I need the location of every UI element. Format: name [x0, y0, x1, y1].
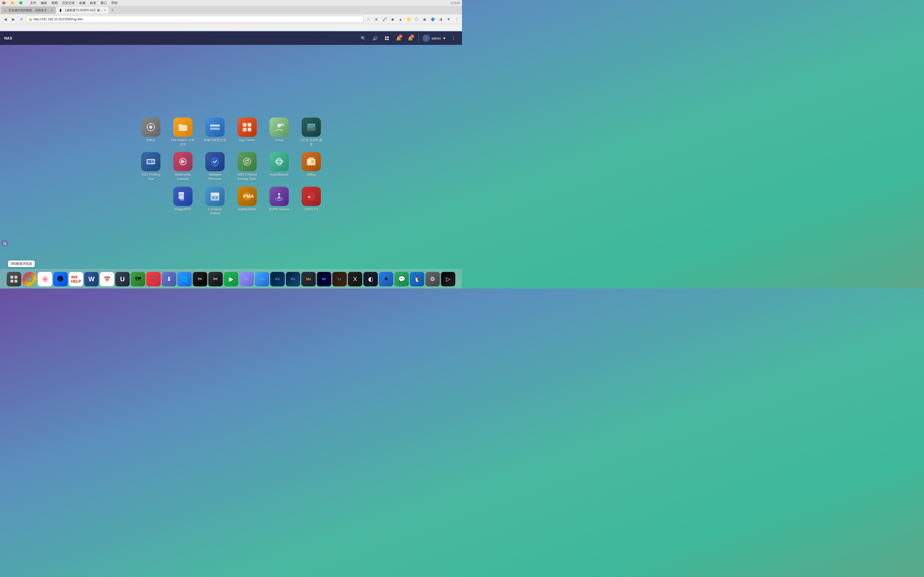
dock-me[interactable]: Me: [301, 272, 316, 286]
app-group[interactable]: ? Group: [267, 118, 291, 147]
ext6[interactable]: ⬡: [414, 16, 420, 23]
user-menu[interactable]: 👤 admin ▼: [422, 34, 446, 42]
ext7[interactable]: ◉: [422, 16, 428, 23]
ext4[interactable]: ▲: [397, 16, 404, 23]
tab-2-close[interactable]: ✕: [104, 9, 106, 12]
menu-tabs[interactable]: 标签: [90, 1, 96, 5]
dock-dw[interactable]: Dw: [255, 272, 269, 286]
menu-bookmarks[interactable]: 收藏: [79, 1, 86, 5]
dock-photos[interactable]: 🌸: [38, 272, 52, 286]
dock-word[interactable]: W: [84, 272, 99, 286]
more-options-button[interactable]: ⋮: [449, 34, 458, 42]
ext2[interactable]: 🔎: [381, 16, 388, 23]
dock-maps[interactable]: 🗺: [131, 272, 145, 286]
close-button[interactable]: [2, 2, 5, 5]
robot-icon[interactable]: 🤖: [0, 235, 8, 251]
app-appcenter-label: App Center: [239, 139, 255, 143]
app-multimedia[interactable]: Multimedia Console: [171, 152, 195, 181]
apps-row-2: SSD Profiling Tool Multimedia Console: [139, 152, 323, 181]
more-button[interactable]: ⋮: [454, 16, 460, 23]
dock-music[interactable]: 🎵: [146, 272, 161, 286]
ext3[interactable]: ◆: [389, 16, 396, 23]
dock-appstore[interactable]: 🅐: [53, 272, 68, 286]
new-tab-button[interactable]: +: [109, 7, 115, 13]
username-label: admin: [431, 36, 441, 40]
nas-logo: NAS: [4, 36, 12, 40]
dock-chrome[interactable]: 🌐: [22, 272, 37, 286]
app-ssd[interactable]: SSD Profiling Tool: [139, 152, 163, 181]
dock-pr[interactable]: Pr: [317, 272, 331, 286]
tab-2[interactable]: 📱 【威联通TS-832PX-4G】威... ✕: [56, 7, 108, 14]
notification2-button[interactable]: 🔔 3: [406, 34, 415, 42]
app-hybridmount[interactable]: HybridMount: [267, 152, 291, 181]
tab-1[interactable]: 🔒 安全储存您的数据，玩转多才... ✕: [1, 7, 56, 14]
app-ddnsto[interactable]: dt DDNSTO: [299, 187, 323, 216]
app-phpmyadmin[interactable]: PMA phpMyAdmin: [235, 187, 259, 216]
dock-settings[interactable]: ⚙: [425, 272, 440, 286]
dock-404help[interactable]: 404HELP: [69, 272, 83, 286]
search-button[interactable]: 🔍: [359, 34, 368, 42]
svg-rect-56: [10, 276, 13, 279]
svg-rect-11: [179, 126, 187, 131]
dock-ps1[interactable]: Ps: [270, 272, 285, 286]
ext5[interactable]: 🌟: [405, 16, 412, 23]
menu-window[interactable]: 窗口: [100, 1, 107, 5]
app-qvpn[interactable]: QVPN Service: [267, 187, 291, 216]
dock-player[interactable]: ▶: [224, 272, 238, 286]
app-control[interactable]: 控制台: [139, 118, 163, 147]
app-storage[interactable]: 存储与快照总管: [203, 118, 227, 147]
svg-rect-2: [385, 39, 387, 40]
notification2-badge: 3: [410, 34, 414, 38]
app-hbs-label: HBS 3 Hybrid Backup Sync: [237, 173, 257, 181]
svg-rect-7: [150, 130, 151, 131]
app-appcenter[interactable]: App Center: [235, 118, 259, 147]
app-storage-label: 存储与快照总管: [204, 139, 226, 143]
tab-1-close[interactable]: ✕: [51, 9, 53, 12]
dock-cursor[interactable]: ▷: [441, 272, 455, 286]
notification1-button[interactable]: 🔔 1: [394, 34, 403, 42]
task-button[interactable]: [383, 34, 391, 42]
dock-browser[interactable]: 🌐: [177, 272, 192, 286]
ext8[interactable]: 🔷: [430, 16, 436, 23]
dock-ulysses[interactable]: U: [115, 272, 130, 286]
dock-wecom[interactable]: ✦: [379, 272, 393, 286]
dock-davinci[interactable]: ◐: [363, 272, 378, 286]
app-filestation[interactable]: File Station 文件 总管: [171, 118, 195, 147]
menu-view[interactable]: 视图: [51, 1, 58, 5]
dock-launchpad[interactable]: [7, 272, 21, 286]
refresh-button[interactable]: ↺: [18, 16, 24, 23]
menu-help[interactable]: 帮助: [111, 1, 118, 5]
app-qfiling[interactable]: Qfiling: [299, 152, 323, 181]
app-container[interactable]: Container Station: [203, 187, 227, 216]
app-image2pdf[interactable]: PDF Image2PDF: [171, 187, 195, 216]
ext1[interactable]: ⊕: [373, 16, 380, 23]
maximize-button[interactable]: [19, 2, 23, 5]
dock-download[interactable]: ⬇: [162, 272, 176, 286]
ext10[interactable]: ▼: [446, 16, 452, 23]
back-button[interactable]: ◀: [2, 16, 8, 23]
svg-point-15: [218, 125, 219, 126]
app-iscsi[interactable]: iSCSI 与光纤通道: [299, 118, 323, 147]
minimize-button[interactable]: [11, 2, 14, 5]
dock-calendar[interactable]: 📅: [100, 272, 114, 286]
dock-snap[interactable]: ✂: [193, 272, 207, 286]
svg-rect-46: [211, 193, 219, 195]
menu-edit[interactable]: 编辑: [40, 1, 47, 5]
menu-file[interactable]: 文件: [30, 1, 36, 5]
dock-qq[interactable]: 🐧: [410, 272, 424, 286]
ext9[interactable]: ◑: [438, 16, 444, 23]
dock-fcpx[interactable]: X: [348, 272, 362, 286]
forward-button[interactable]: ▶: [10, 16, 16, 23]
dock-ps2[interactable]: Ps: [286, 272, 300, 286]
dock-videocut[interactable]: ✂: [208, 272, 223, 286]
dock-lr[interactable]: Lr: [332, 272, 347, 286]
menu-history[interactable]: 历史记录: [62, 1, 75, 5]
star-icon[interactable]: ☆: [365, 16, 372, 23]
speaker-button[interactable]: 🔊: [371, 34, 380, 42]
address-bar[interactable]: 🔒 http://192.168.10.203:5000/cgi-bin/: [26, 16, 363, 23]
app-control-icon: [141, 118, 160, 137]
dock-wechat[interactable]: 💬: [394, 272, 409, 286]
dock-ae[interactable]: Ae: [239, 272, 254, 286]
app-hbs[interactable]: HBS 3 Hybrid Backup Sync: [235, 152, 259, 181]
app-malware[interactable]: Malware Remover: [203, 152, 227, 181]
